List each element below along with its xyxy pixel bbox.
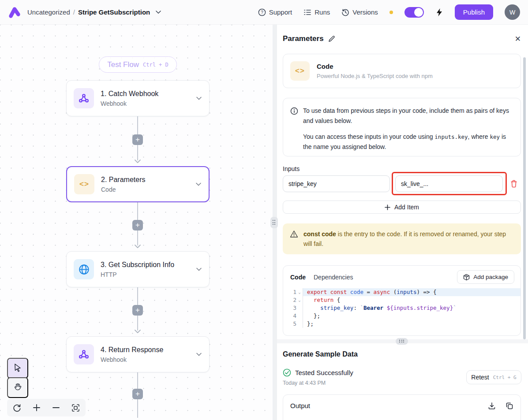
drag-dots-icon	[399, 340, 404, 343]
code-editor-card: Code Dependencies Add package 1⌄export c…	[283, 265, 521, 336]
tab-code[interactable]: Code	[290, 274, 306, 281]
flow-step-card[interactable]: <>2. ParametersCode	[66, 166, 210, 202]
add-step-button[interactable]: +	[132, 134, 143, 145]
webhook-icon	[78, 349, 90, 360]
flow-step-card[interactable]: 3. Get Subscription InfoHTTP	[66, 251, 210, 287]
webhook-icon	[78, 93, 90, 104]
code-line[interactable]: 3 stripe_key: `Bearer ${inputs.stripe_ke…	[283, 304, 521, 312]
edit-name-icon[interactable]	[328, 35, 335, 42]
add-package-button[interactable]: Add package	[457, 270, 514, 284]
step-icon-wrap: <>	[74, 174, 94, 194]
download-output-button[interactable]	[488, 402, 496, 410]
step-menu-chevron-icon[interactable]	[195, 182, 202, 186]
fold-chevron-icon[interactable]: ⌄	[296, 288, 303, 296]
input-value-field[interactable]	[395, 175, 503, 192]
add-step-button[interactable]: +	[132, 389, 143, 399]
refresh-icon	[13, 404, 21, 412]
step-subtitle: Webhook	[101, 356, 189, 363]
pan-tool-button[interactable]	[7, 377, 28, 398]
add-step-button[interactable]: +	[132, 220, 143, 230]
code-line-content: };	[303, 312, 521, 320]
test-flow-button[interactable]: Test Flow Ctrl + D	[99, 56, 177, 73]
connector-arrow-icon	[134, 329, 141, 334]
step-icon-wrap	[74, 259, 94, 279]
reset-view-button[interactable]	[9, 400, 24, 415]
support-button[interactable]: ? Support	[258, 8, 292, 16]
fit-view-button[interactable]	[68, 400, 83, 415]
step-menu-chevron-icon[interactable]	[196, 353, 202, 356]
test-flow-shortcut: Ctrl + D	[143, 62, 169, 68]
code-line-content: stripe_key: `Bearer ${inputs.stripe_key}…	[303, 304, 521, 312]
fold-spacer	[296, 320, 303, 328]
test-flow-label: Test Flow	[107, 60, 139, 69]
add-item-button[interactable]: Add Item	[283, 201, 521, 214]
flow-canvas[interactable]: Test Flow Ctrl + D 1. Catch WebhookWebho…	[0, 25, 273, 420]
panel-resize-handle[interactable]	[270, 217, 278, 228]
code-line[interactable]: 5};	[283, 320, 521, 328]
add-package-label: Add package	[473, 274, 508, 280]
copy-output-button[interactable]	[506, 402, 513, 410]
code-icon: <>	[79, 180, 89, 189]
step-icon-wrap	[74, 344, 94, 364]
trash-icon	[510, 179, 518, 188]
versions-button[interactable]: Versions	[341, 8, 378, 16]
code-line-content: return {	[303, 296, 521, 304]
flow-step-card[interactable]: 4. Return ResponseWebhook	[66, 336, 210, 372]
fit-screen-icon	[71, 404, 80, 412]
breadcrumb-flow-name[interactable]: Stripe GetSubscription	[78, 8, 150, 16]
step-title: 1. Catch Webhook	[101, 90, 189, 98]
line-number: 1	[283, 288, 296, 296]
breadcrumb-separator: /	[73, 8, 75, 16]
retest-button[interactable]: Retest Ctrl + G	[466, 370, 521, 384]
avatar[interactable]: W	[505, 4, 520, 20]
piece-subtitle: Powerful Node.js & TypeScript code with …	[317, 73, 433, 79]
test-timestamp: Today at 4:43 PM	[283, 380, 326, 386]
zoom-in-button[interactable]	[29, 400, 44, 415]
step-title: 4. Return Response	[101, 346, 189, 354]
plus-icon	[33, 404, 41, 412]
add-step-button[interactable]: +	[132, 305, 143, 316]
svg-text:?: ?	[261, 10, 263, 15]
flow-menu-chevron-icon[interactable]	[156, 11, 161, 14]
step-title: 3. Get Subscription Info	[101, 261, 189, 269]
instant-run-bolt-icon[interactable]	[435, 8, 443, 17]
code-editor[interactable]: 1⌄export const code = async (inputs) => …	[283, 288, 521, 328]
step-menu-chevron-icon[interactable]	[196, 268, 202, 271]
line-number: 2	[283, 296, 296, 304]
select-tool-button[interactable]	[7, 358, 28, 379]
piece-summary-card: <> Code Powerful Node.js & TypeScript co…	[283, 54, 521, 88]
connector-arrow-icon	[134, 159, 141, 164]
test-status-text: Tested Successfully	[295, 369, 353, 376]
top-header: Uncategorized / Stripe GetSubscription ?…	[0, 0, 528, 25]
code-line[interactable]: 4 };	[283, 312, 521, 320]
fold-chevron-icon[interactable]: ⌄	[296, 296, 303, 304]
flow-step-card[interactable]: 1. Catch WebhookWebhook	[66, 80, 210, 116]
code-line[interactable]: 2⌄ return {	[283, 296, 521, 304]
publish-button[interactable]: Publish	[455, 4, 493, 20]
code-line[interactable]: 1⌄export const code = async (inputs) => …	[283, 288, 521, 296]
versions-icon	[341, 8, 349, 16]
copy-icon	[506, 402, 513, 410]
step-menu-chevron-icon[interactable]	[196, 97, 202, 100]
panel-scrollbar[interactable]	[523, 57, 526, 339]
close-panel-button[interactable]: ✕	[515, 35, 521, 43]
runs-label: Runs	[315, 8, 330, 16]
connector-arrow-icon	[134, 244, 141, 249]
inputs-info-box: To use data from previous steps in your …	[283, 98, 521, 156]
input-key-field[interactable]	[283, 175, 390, 192]
breadcrumb-folder[interactable]: Uncategorized	[27, 8, 70, 16]
flow-enabled-toggle[interactable]	[404, 7, 424, 18]
tab-dependencies[interactable]: Dependencies	[314, 274, 353, 281]
package-icon	[463, 274, 470, 281]
line-number: 3	[283, 304, 296, 312]
output-card: Output	[283, 394, 521, 420]
info-icon	[290, 107, 298, 115]
zoom-out-button[interactable]	[49, 400, 64, 415]
delete-input-row-button[interactable]	[508, 178, 520, 190]
step-title: 2. Parameters	[101, 176, 189, 184]
add-item-label: Add Item	[394, 204, 419, 211]
section-resize-handle[interactable]	[396, 338, 408, 345]
generate-sample-data-heading: Generate Sample Data	[283, 350, 358, 358]
app-logo-icon	[8, 6, 21, 19]
runs-button[interactable]: Runs	[303, 8, 330, 16]
